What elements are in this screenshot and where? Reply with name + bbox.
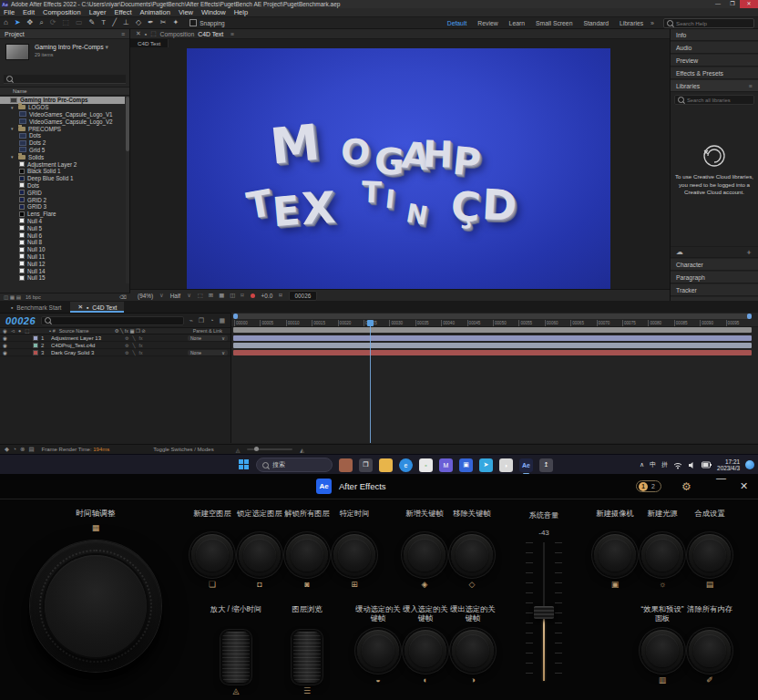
timeline-track-area[interactable]: 0000000005000100001500020000250003000035… xyxy=(230,313,758,443)
status-icon-2[interactable]: ⊗ xyxy=(20,446,25,453)
wifi-icon[interactable] xyxy=(673,461,682,469)
layer-color-swatch[interactable] xyxy=(33,335,38,341)
add-keyframe-knob[interactable] xyxy=(404,534,446,576)
timeline-control-icon-2[interactable]: ◔ xyxy=(210,317,213,324)
parent-link-dropdown[interactable]: None∨ xyxy=(188,335,228,341)
timeline-search[interactable] xyxy=(41,316,184,325)
close-panel-icon[interactable]: ✕ xyxy=(136,30,141,37)
taskbar-app-app-store[interactable]: ▫ xyxy=(419,458,433,472)
close-button[interactable]: ✕ xyxy=(740,0,758,8)
layer-row[interactable]: ◉3Dark Gray Solid 3⚙╲fxNone∨ xyxy=(0,349,230,356)
audio-column-icon[interactable]: ◅ xyxy=(11,328,15,334)
fader-handle[interactable] xyxy=(534,606,554,619)
tool-icon-9[interactable]: ╱ xyxy=(112,18,117,27)
cloud-sync-icon[interactable]: ☁ xyxy=(676,248,683,256)
tree-item[interactable]: Null 14 xyxy=(0,267,125,274)
page-2-button[interactable]: 2 xyxy=(651,483,655,489)
tree-item[interactable]: Null 15 xyxy=(0,274,125,282)
tool-icon-2[interactable]: ✥ xyxy=(27,18,34,27)
tool-icon-1[interactable]: ➤ xyxy=(15,18,21,27)
tool-icon-11[interactable]: ◇ xyxy=(136,18,141,27)
unlock-all-layers-knob[interactable] xyxy=(286,534,328,576)
layer-browse-wheel[interactable] xyxy=(293,632,321,683)
layer-switches[interactable]: ⚙╲fx xyxy=(125,350,142,355)
taskbar-search[interactable]: 搜索 xyxy=(256,458,333,472)
tool-icon-4[interactable]: ⟳ xyxy=(50,18,56,27)
label-column-icon[interactable]: ▪ # xyxy=(49,328,55,334)
status-icon-1[interactable]: ◔ xyxy=(13,446,16,453)
effects-presets-panel-knob[interactable] xyxy=(641,630,683,672)
chevron-down-icon[interactable]: ∨ xyxy=(159,292,164,299)
layer-name[interactable]: C4DProj_Test.c4d xyxy=(51,343,122,348)
menu-item-layer[interactable]: Layer xyxy=(89,8,107,16)
viewer-timecode[interactable]: 00026 xyxy=(289,291,318,301)
panel-tab-character[interactable]: Character xyxy=(671,259,758,271)
zoom-out-icon[interactable]: ◬ xyxy=(236,447,241,453)
panel-menu-icon[interactable]: ≡ xyxy=(230,31,234,37)
purge-all-memory-knob[interactable] xyxy=(689,630,731,672)
workspace-small-screen[interactable]: Small Screen xyxy=(536,20,572,26)
tree-item[interactable]: Null 5 xyxy=(0,224,125,232)
time-ruler[interactable]: 0000000005000100001500020000250003000035… xyxy=(231,320,758,327)
solo-column-icon[interactable]: ● xyxy=(18,328,21,334)
layer-duration-bar[interactable] xyxy=(233,350,752,355)
tool-icon-13[interactable]: ✂ xyxy=(160,18,167,27)
tree-item[interactable]: Null 12 xyxy=(0,260,125,267)
lock-selected-layers-knob[interactable] xyxy=(239,534,281,576)
menu-item-edit[interactable]: Edit xyxy=(23,8,35,16)
libraries-search-input[interactable] xyxy=(687,98,755,103)
expander-icon[interactable]: ▾ xyxy=(11,154,15,160)
menu-item-composition[interactable]: Composition xyxy=(43,8,81,16)
maximize-button[interactable]: ❐ xyxy=(725,0,740,8)
tree-item[interactable]: VideoGames_Capsule_Logo_V1 xyxy=(0,111,125,118)
project-footer-icons[interactable]: ◫ ▦ ▤ xyxy=(4,294,21,300)
menu-item-effect[interactable]: Effect xyxy=(114,8,131,16)
viewer-toolbar-icon-2[interactable]: ▦ xyxy=(219,292,224,299)
expander-icon[interactable]: ▾ xyxy=(11,126,15,131)
panel-menu-icon[interactable]: ≡ xyxy=(121,31,125,37)
ime-language-indicator[interactable]: 中 xyxy=(650,460,656,469)
taskbar-app-after-effects[interactable]: Ae xyxy=(519,458,533,472)
tool-icon-5[interactable]: ⬚ xyxy=(62,18,69,27)
viewer-toolbar-icon-3[interactable]: ◫ xyxy=(230,292,235,299)
tree-item[interactable]: ▾Solids xyxy=(0,153,125,160)
eye-icon[interactable]: ◉ xyxy=(3,350,10,355)
panel-tab-tracker[interactable]: Tracker xyxy=(671,284,758,296)
ime-mode-indicator[interactable]: 拼 xyxy=(661,460,668,469)
project-search[interactable] xyxy=(4,75,126,84)
page-switcher[interactable]: 1 2 xyxy=(636,480,661,492)
timeline-adjust-dial[interactable] xyxy=(30,540,161,672)
new-light-knob[interactable] xyxy=(641,534,683,576)
timeline-tab-c4d-text[interactable]: ✕ ▪ C4D Text xyxy=(70,302,124,313)
tree-item[interactable]: ▾LOGOS xyxy=(0,104,125,111)
snapping-checkbox[interactable] xyxy=(190,19,197,26)
add-library-icon[interactable]: ＋ xyxy=(745,247,753,257)
viewer-toolbar-icons[interactable]: ⬚⊞▦◫⌑ xyxy=(198,292,244,299)
layer-switches[interactable]: ⚙╲fx xyxy=(125,335,142,341)
resolution-select[interactable]: Half xyxy=(170,293,180,299)
tree-item[interactable]: GRID xyxy=(0,189,125,196)
new-null-layer-knob[interactable] xyxy=(191,534,233,576)
exposure-value[interactable]: +0.0 xyxy=(261,293,273,299)
viewer-toolbar-icon-4[interactable]: ⌑ xyxy=(241,292,243,299)
project-tab[interactable]: Project xyxy=(5,31,25,37)
ease-out-keyframes-knob[interactable] xyxy=(452,630,494,672)
tool-icon-8[interactable]: T xyxy=(101,18,106,27)
notification-icon[interactable] xyxy=(745,460,754,469)
layer-name[interactable]: Dark Gray Solid 3 xyxy=(51,350,122,355)
taskbar-app-folder[interactable] xyxy=(379,458,393,472)
viewer-toolbar-icon-1[interactable]: ⊞ xyxy=(209,292,213,299)
help-search-input[interactable] xyxy=(676,20,749,26)
navigator-handle-right[interactable] xyxy=(747,314,752,319)
eye-icon[interactable]: ◉ xyxy=(3,343,10,348)
minimize-button[interactable]: — xyxy=(711,0,725,8)
tree-item[interactable]: ▾PRECOMPS xyxy=(0,125,125,132)
workspace-standard[interactable]: Standard xyxy=(583,20,609,26)
new-camera-knob[interactable] xyxy=(594,534,636,576)
layer-name[interactable]: Adjustment Layer 13 xyxy=(51,335,122,341)
layer-row[interactable]: ◉2C4DProj_Test.c4d⚙╲fx xyxy=(0,342,230,349)
workspace-learn[interactable]: Learn xyxy=(509,20,525,26)
workspace-libraries[interactable]: Libraries xyxy=(620,20,643,26)
menu-item-window[interactable]: Window xyxy=(201,8,226,16)
deck-minimize-button[interactable]: — xyxy=(716,472,726,483)
